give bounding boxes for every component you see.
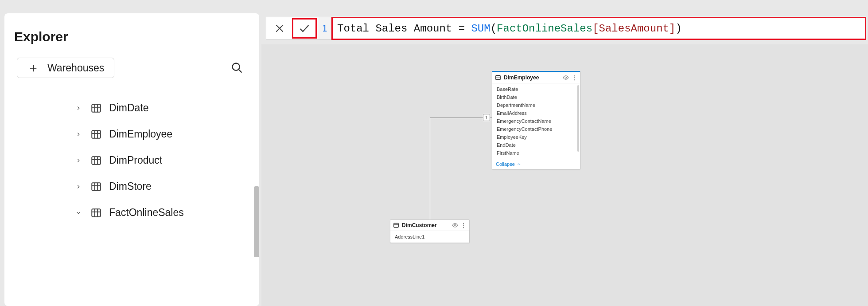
table-icon — [90, 129, 102, 140]
column-item[interactable]: FirstName — [492, 149, 580, 157]
column-item[interactable]: EndDate — [492, 141, 580, 149]
svg-rect-27 — [394, 223, 399, 227]
sidebar-scrollbar[interactable] — [254, 186, 259, 257]
more-options-icon[interactable]: ⋮ — [461, 222, 467, 228]
formula-lparen: ( — [490, 23, 497, 35]
svg-rect-14 — [92, 183, 101, 190]
tree-item-factonlinesales[interactable]: FactOnlineSales — [4, 200, 259, 226]
svg-line-1 — [239, 70, 241, 72]
tree-item-label: DimStore — [109, 180, 152, 192]
tree-item-dimemployee[interactable]: DimEmployee — [4, 121, 259, 147]
table-card-title: DimCustomer — [402, 222, 437, 228]
svg-rect-18 — [92, 209, 101, 216]
tree-item-dimstore[interactable]: DimStore — [4, 173, 259, 200]
chevron-right-icon — [75, 184, 83, 190]
chevron-right-icon — [75, 105, 83, 111]
column-item[interactable]: EmergencyContactPhone — [492, 125, 580, 133]
relationship-cardinality-badge: 1 — [483, 114, 490, 121]
formula-input[interactable]: Total Sales Amount = SUM(FactOnlineSales… — [331, 17, 866, 40]
table-card-columns: AddressLine1 — [390, 231, 469, 243]
tree-item-dimdate[interactable]: DimDate — [4, 95, 259, 121]
tree-item-label: FactOnlineSales — [109, 207, 184, 219]
chevron-right-icon — [75, 157, 83, 164]
visibility-icon[interactable] — [563, 75, 569, 81]
column-item[interactable]: BaseRate — [492, 85, 580, 93]
table-icon — [393, 222, 399, 228]
column-item[interactable]: DepartmentName — [492, 101, 580, 109]
column-item[interactable]: EmployeeKey — [492, 133, 580, 141]
cancel-formula-button[interactable] — [267, 18, 292, 39]
line-number-gutter: 1 — [318, 17, 331, 40]
tree-item-label: DimDate — [109, 102, 148, 114]
table-icon — [90, 207, 102, 219]
column-item[interactable]: EmergencyContactName — [492, 117, 580, 125]
line-number: 1 — [322, 23, 327, 34]
formula-measure-name: Total Sales Amount — [337, 23, 452, 35]
chevron-down-icon — [75, 210, 83, 216]
table-card-dimemployee[interactable]: DimEmployee ⋮ BaseRate BirthDate Departm… — [492, 71, 580, 169]
close-icon — [274, 23, 285, 34]
tree-item-label-cutoff — [89, 87, 91, 94]
chevron-up-icon — [517, 162, 521, 166]
formula-function: SUM — [471, 23, 490, 35]
table-icon — [495, 75, 501, 81]
svg-rect-10 — [92, 157, 101, 164]
search-icon — [231, 62, 243, 74]
card-scrollbar[interactable] — [577, 85, 579, 152]
tree-item-label: DimEmployee — [109, 128, 172, 140]
tree-item-dimproduct[interactable]: DimProduct — [4, 147, 259, 173]
table-card-header[interactable]: DimEmployee ⋮ — [492, 72, 580, 83]
formula-button-group — [266, 17, 318, 40]
column-item[interactable]: BirthDate — [492, 93, 580, 101]
svg-point-0 — [233, 63, 240, 71]
relationship-line — [430, 118, 492, 118]
warehouses-label: Warehouses — [47, 62, 104, 74]
svg-rect-2 — [92, 104, 101, 112]
warehouses-button[interactable]: ＋ Warehouses — [17, 58, 114, 78]
table-icon — [90, 155, 102, 166]
more-options-icon[interactable]: ⋮ — [572, 75, 577, 81]
tree-item-cutoff — [4, 87, 259, 95]
svg-rect-24 — [496, 75, 501, 79]
table-tree: DimDate DimEmployee DimProduct — [4, 87, 259, 226]
explorer-title: Explorer — [14, 29, 259, 44]
visibility-icon[interactable] — [452, 222, 458, 228]
table-icon — [90, 102, 102, 114]
model-canvas[interactable]: 1 DimEmployee ⋮ BaseRate BirthDate Depar… — [261, 44, 868, 306]
svg-point-26 — [565, 77, 567, 78]
collapse-toggle[interactable]: Collapse — [492, 159, 580, 169]
search-button[interactable] — [227, 58, 247, 78]
table-card-title: DimEmployee — [504, 75, 539, 81]
column-item[interactable]: AddressLine1 — [390, 233, 469, 241]
check-icon — [298, 22, 311, 35]
formula-equals: = — [452, 23, 471, 35]
column-item[interactable]: EmailAddress — [492, 109, 580, 117]
explorer-sidebar: Explorer ＋ Warehouses DimDate — [4, 13, 259, 306]
formula-column-ref: [SalesAmount] — [592, 23, 675, 35]
table-card-dimcustomer[interactable]: DimCustomer ⋮ AddressLine1 — [390, 220, 470, 243]
commit-formula-button[interactable] — [292, 18, 317, 39]
formula-rparen: ) — [675, 23, 681, 35]
svg-point-29 — [454, 224, 456, 226]
formula-table-ref: FactOnlineSales — [497, 23, 592, 35]
chevron-right-icon — [75, 131, 83, 137]
formula-bar: 1 Total Sales Amount = SUM(FactOnlineSal… — [266, 17, 866, 40]
sidebar-toolbar: ＋ Warehouses — [17, 58, 247, 78]
collapse-label: Collapse — [496, 161, 515, 167]
table-icon — [90, 181, 102, 192]
svg-rect-6 — [92, 130, 101, 138]
plus-icon: ＋ — [27, 62, 39, 74]
table-card-columns: BaseRate BirthDate DepartmentName EmailA… — [492, 83, 580, 159]
table-card-header[interactable]: DimCustomer ⋮ — [390, 220, 469, 231]
tree-item-label: DimProduct — [109, 154, 162, 166]
